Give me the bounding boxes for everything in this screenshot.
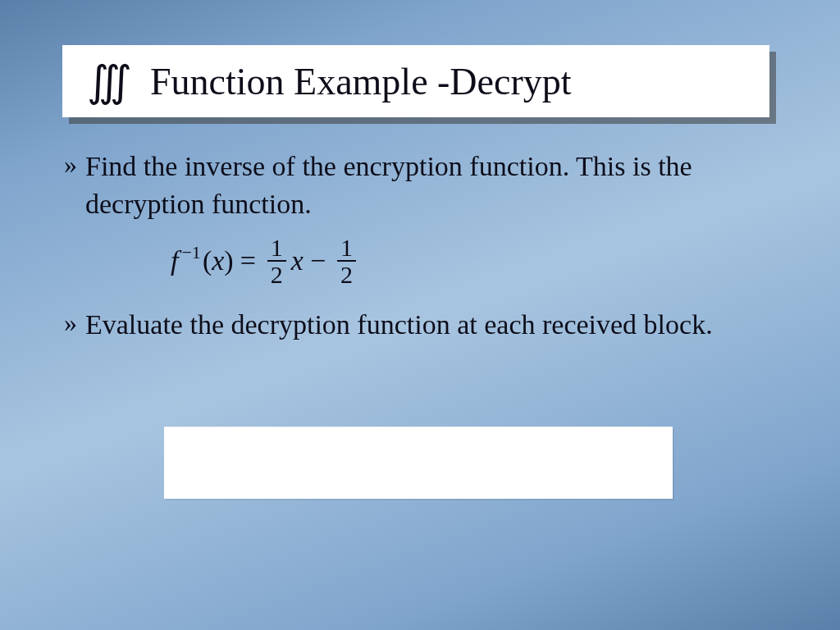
frac1-denominator: 2	[267, 260, 286, 288]
title-bullet-icon: ∭	[87, 57, 132, 106]
bullet-item: » Evaluate the decryption function at ea…	[64, 306, 778, 344]
frac2-denominator: 2	[337, 260, 356, 288]
formula-arg: x	[212, 247, 224, 275]
formula: f−1(x) = 1 2 x − 1 2	[171, 235, 778, 288]
formula-var: x	[291, 247, 304, 275]
frac1-numerator: 1	[267, 235, 286, 261]
bullet-text: Find the inverse of the encryption funct…	[85, 148, 778, 223]
bullet-item: » Find the inverse of the encryption fun…	[64, 148, 778, 223]
formula-exponent: −1	[181, 244, 200, 262]
bullet-marker-icon: »	[64, 148, 74, 180]
formula-fraction-1: 1 2	[267, 235, 286, 288]
bullet-text: Evaluate the decryption function at each…	[85, 306, 713, 344]
formula-paren-open: (	[203, 247, 212, 275]
blank-content-box	[164, 427, 673, 499]
formula-equals: =	[240, 247, 256, 275]
bullet-marker-icon: »	[64, 306, 74, 339]
slide-title: Function Example -Decrypt	[150, 60, 572, 103]
formula-func: f	[171, 247, 178, 275]
formula-minus: −	[310, 247, 326, 275]
title-box: ∭ Function Example -Decrypt	[62, 45, 769, 117]
formula-fraction-2: 1 2	[337, 235, 356, 288]
frac2-numerator: 1	[337, 235, 356, 261]
slide-body: » Find the inverse of the encryption fun…	[64, 148, 778, 349]
slide: ∭ Function Example -Decrypt » Find the i…	[0, 0, 840, 630]
formula-paren-close: )	[224, 247, 233, 275]
